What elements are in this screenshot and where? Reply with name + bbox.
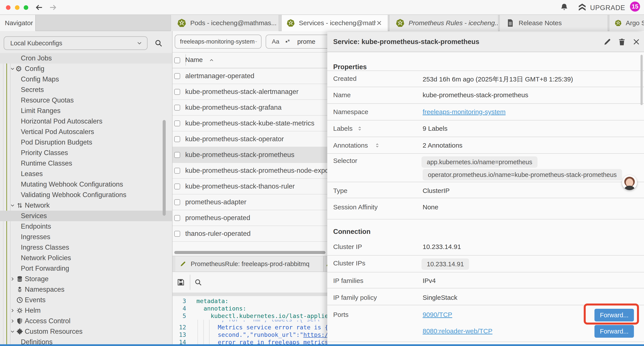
table-row[interactable]: kube-prometheus-stack-prometheus-node-ex… [172,163,327,179]
table-row[interactable]: thanos-ruler-operated [172,226,327,242]
sidebar-item-network-policies[interactable]: Network Policies [0,253,172,263]
sidebar-search-icon[interactable] [154,39,163,47]
sidebar-item-horizontal-pod-autoscalers[interactable]: Horizontal Pod Autoscalers [0,116,172,127]
sidebar-item-services[interactable]: Services [0,211,172,221]
chevron-down-icon[interactable] [10,203,15,208]
row-checkbox[interactable] [174,231,180,237]
name-column-header[interactable]: Name [185,56,203,63]
sort-ascending-icon[interactable] [209,57,214,63]
sidebar-item-namespaces[interactable]: Namespaces [0,284,172,295]
row-checkbox[interactable] [174,199,180,205]
editor-search-icon[interactable] [194,278,202,286]
sidebar-group-network[interactable]: Network [0,200,172,211]
row-checkbox[interactable] [174,89,180,95]
expand-collapse-icon[interactable] [357,126,362,131]
table-row[interactable]: kube-prometheus-stack-thanos-ruler [172,179,327,194]
tab-label: Prometheus Rules - icecheng... [408,19,498,27]
forward-port-button[interactable]: Forward... [594,325,634,338]
horizontal-scrollbar[interactable] [174,251,326,254]
notifications-bell-icon[interactable] [560,3,568,11]
sidebar-item-secrets[interactable]: Secrets [0,84,172,95]
sidebar-item-resource-quotas[interactable]: Resource Quotas [0,95,172,106]
close-window-button[interactable] [6,5,10,10]
table-row[interactable]: kube-prometheus-stack-operator [172,131,327,147]
sidebar-item-pod-disruption-budgets[interactable]: Pod Disruption Budgets [0,137,172,148]
minimize-window-button[interactable] [15,5,20,10]
sidebar-item-events[interactable]: Events [0,295,172,305]
row-checkbox[interactable] [174,168,180,174]
regex-toggle[interactable]: ▪* [286,38,290,45]
chevron-right-icon[interactable] [10,318,15,324]
port-link[interactable]: 9090/TCP [422,311,452,319]
row-checkbox[interactable] [174,105,180,111]
table-row[interactable]: prometheus-operated [172,210,327,226]
sidebar-item-ingresses[interactable]: Ingresses [0,232,172,242]
search-input[interactable]: Aa ▪* prome [266,34,327,49]
sidebar-item-limit-ranges[interactable]: Limit Ranges [0,106,172,116]
tab-pods[interactable]: Pods - icecheng@mathmas... [171,15,279,31]
tab-services[interactable]: Services - icecheng@math... [282,15,388,31]
upgrade-label[interactable]: UPGRADE [590,4,625,12]
table-row-selected[interactable]: kube-prometheus-stack-prometheus [172,147,327,163]
sidebar-item-mutating-webhook-configurations[interactable]: Mutating Webhook Configurations [0,179,172,190]
save-icon[interactable] [177,278,185,287]
avatar[interactable] [622,175,637,190]
chevron-right-icon[interactable] [10,308,15,313]
sidebar-group-config[interactable]: ⚙ Config [0,63,172,74]
table-row[interactable]: kube-prometheus-stack-kube-state-metrics [172,116,327,131]
row-checkbox[interactable] [174,184,180,189]
edit-pencil-icon[interactable] [603,38,612,46]
tab-navigator[interactable]: Navigator [0,15,36,31]
namespace-filter-dropdown[interactable]: freeleaps-monitoring-system [175,34,262,49]
chevron-down-icon[interactable] [10,329,15,335]
sidebar-item-cron-jobs[interactable]: Cron Jobs [0,53,172,63]
tab-argo[interactable]: Argo Se [609,15,644,31]
sidebar-group-access-control[interactable]: Access Control [0,316,172,326]
upgrade-icon[interactable] [577,3,587,12]
panel-scrollbar[interactable] [640,55,643,105]
sidebar-item-runtime-classes[interactable]: Runtime Classes [0,158,172,169]
sidebar-item-validating-webhook-configurations[interactable]: Validating Webhook Configurations [0,190,172,200]
sidebar-item-config-maps[interactable]: Config Maps [0,74,172,84]
chevron-right-icon[interactable] [10,276,15,282]
sidebar-item-ingress-classes[interactable]: Ingress Classes [0,242,172,253]
sidebar-group-helm[interactable]: Helm [0,305,172,316]
table-row[interactable]: kube-prometheus-stack-alertmanager [172,84,327,100]
service-name: kube-prometheus-stack-grafana [185,100,282,115]
row-checkbox[interactable] [174,136,180,142]
table-row[interactable]: kube-prometheus-stack-grafana [172,100,327,116]
notification-count-badge[interactable]: 15 [630,1,640,11]
code-link[interactable]: https://net [303,331,327,338]
sidebar-group-storage[interactable]: Storage [0,274,172,284]
sidebar-item-endpoints[interactable]: Endpoints [0,221,172,232]
sidebar-item-priority-classes[interactable]: Priority Classes [0,148,172,158]
namespace-link[interactable]: freeleaps-monitoring-system [422,108,506,116]
back-icon[interactable] [35,3,44,11]
kubeconfig-selector[interactable]: Local Kubeconfigs [4,36,148,50]
chevron-down-icon[interactable] [10,66,15,72]
row-checkbox[interactable] [174,215,180,221]
match-case-toggle[interactable]: Aa [272,38,279,45]
sidebar-item-leases[interactable]: Leases [0,169,172,179]
tab-prometheus-rules[interactable]: Prometheus Rules - icecheng... [389,15,498,31]
maximize-window-button[interactable] [24,5,28,10]
expand-collapse-icon[interactable] [374,143,380,148]
sidebar-item-port-forwarding[interactable]: Port Forwarding [0,263,172,274]
forward-icon[interactable] [49,3,57,11]
close-tab-icon[interactable] [376,20,382,26]
editor-tab-prometheusrule[interactable]: PrometheusRule: freeleaps-prod-rabbitmq [175,256,324,272]
row-checkbox[interactable] [174,73,180,79]
sidebar-group-custom-resources[interactable]: Custom Resources [0,326,172,337]
close-panel-icon[interactable] [632,38,640,46]
port-link[interactable]: 8080:reloader-web/TCP [422,327,492,335]
sidebar-scrollbar[interactable] [163,120,166,216]
delete-trash-icon[interactable] [618,38,626,46]
sidebar-item-vertical-pod-autoscalers[interactable]: Vertical Pod Autoscalers [0,127,172,137]
row-checkbox[interactable] [174,152,180,158]
pencil-icon [180,261,186,267]
table-row[interactable]: prometheus-adapter [172,194,327,210]
row-checkbox[interactable] [174,120,180,126]
select-all-checkbox[interactable] [174,57,180,63]
tab-release-notes[interactable]: Release Notes [500,15,608,31]
table-row[interactable]: alertmanager-operated [172,68,327,84]
